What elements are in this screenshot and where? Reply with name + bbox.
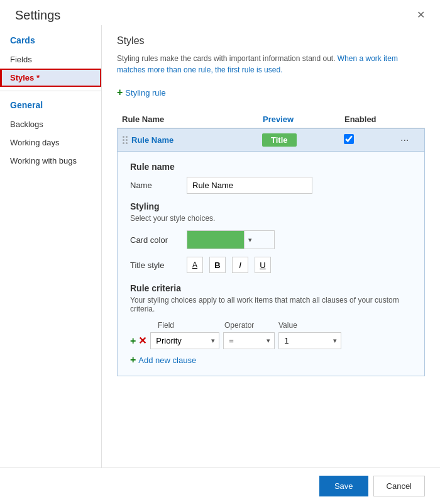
rule-more-button[interactable]: ··· (400, 135, 409, 146)
main-content: Styles Styling rules make the cards with… (102, 25, 440, 468)
title-style-italic-button[interactable]: I (232, 257, 248, 273)
dialog-title: Settings (15, 8, 60, 23)
styles-section-title: Styles (117, 35, 425, 47)
sidebar-item-general[interactable]: General (0, 95, 101, 115)
field-select[interactable]: Priority (151, 333, 201, 349)
sidebar-item-working-with-bugs[interactable]: Working with bugs (0, 152, 101, 170)
title-style-underline-a-button[interactable]: A (187, 257, 203, 273)
criteria-headers-row: Field Operator Value (130, 321, 412, 330)
title-style-label: Title style (130, 260, 180, 270)
add-clause-plus-icon: + (130, 354, 136, 366)
sidebar-item-working-days[interactable]: Working days (0, 133, 101, 152)
sidebar: Cards Fields Styles * General Backlogs W… (0, 25, 102, 468)
criteria-data-row: + ✕ Priority = (130, 332, 412, 349)
styling-section-title: Styling (130, 201, 412, 211)
rule-preview-badge: Title (262, 133, 297, 147)
color-swatch (187, 231, 244, 249)
dialog-footer: Save Cancel (0, 468, 440, 504)
rule-name-cell: Rule Name (123, 135, 262, 145)
value-select-wrapper[interactable]: 1 (278, 332, 341, 349)
dialog-body: Cards Fields Styles * General Backlogs W… (0, 25, 440, 468)
rule-preview-cell: Title (262, 135, 344, 145)
cancel-button[interactable]: Cancel (373, 476, 425, 496)
col-rule-name: Rule Name (122, 115, 263, 124)
rule-enabled-checkbox[interactable] (344, 134, 354, 144)
rule-name-form-row: Name (130, 177, 412, 194)
criteria-actions: + ✕ (130, 335, 146, 347)
rule-detail: Rule name Name Styling Select your style… (117, 152, 425, 376)
add-rule-label: Styling rule (125, 88, 165, 98)
criteria-section: Rule criteria Your styling choices apply… (130, 283, 412, 366)
field-select-wrapper[interactable]: Priority (150, 332, 219, 349)
sidebar-item-styles[interactable]: Styles * (0, 69, 101, 87)
add-styling-rule-button[interactable]: + Styling rule (117, 84, 166, 101)
rule-name-text: Rule Name (131, 135, 173, 145)
title-style-underline-button[interactable]: U (255, 257, 271, 273)
criteria-section-desc: Your styling choices apply to all work i… (130, 296, 412, 313)
criteria-col-field: Field (158, 321, 221, 330)
card-color-label: Card color (130, 235, 180, 245)
rule-enabled-cell (344, 134, 400, 146)
name-input[interactable] (187, 177, 312, 194)
settings-dialog: Settings ✕ Cards Fields Styles * General… (0, 0, 440, 504)
rule-row[interactable]: Rule Name Title ··· (117, 128, 425, 152)
color-dropdown-arrow: ▾ (244, 231, 256, 249)
rule-name-section-title: Rule name (130, 162, 412, 172)
criteria-col-operator: Operator (224, 321, 275, 330)
criteria-add-button[interactable]: + (130, 335, 136, 347)
styling-section-desc: Select your style choices. (130, 214, 412, 223)
col-enabled: Enabled (344, 115, 401, 124)
criteria-remove-button[interactable]: ✕ (138, 335, 146, 347)
operator-select[interactable]: = (224, 333, 274, 349)
title-style-row: Title style A B I U (130, 257, 412, 273)
rules-table-header: Rule Name Preview Enabled (117, 111, 425, 128)
value-select[interactable]: 1 (279, 333, 329, 349)
add-new-clause-button[interactable]: + Add new clause (130, 354, 196, 366)
title-style-bold-button[interactable]: B (209, 257, 226, 273)
dialog-header: Settings ✕ (0, 0, 440, 25)
sidebar-item-backlogs[interactable]: Backlogs (0, 115, 101, 133)
styles-description: Styling rules make the cards with import… (117, 53, 425, 76)
save-button[interactable]: Save (319, 476, 368, 496)
close-button[interactable]: ✕ (412, 8, 430, 23)
criteria-section-title: Rule criteria (130, 283, 412, 293)
card-color-row: Card color ▾ (130, 230, 412, 249)
col-preview: Preview (263, 115, 344, 124)
add-clause-label: Add new clause (138, 356, 196, 365)
card-color-dropdown[interactable]: ▾ (187, 230, 275, 249)
description-text: Styling rules make the cards with import… (117, 54, 338, 63)
sidebar-item-cards[interactable]: Cards (0, 30, 101, 50)
sidebar-item-fields[interactable]: Fields (0, 50, 101, 69)
rule-more-cell: ··· (400, 135, 419, 146)
col-actions (401, 115, 420, 124)
criteria-col-value: Value (278, 321, 297, 330)
name-label: Name (130, 181, 180, 190)
drag-handle[interactable] (123, 136, 128, 144)
plus-icon: + (117, 87, 123, 98)
operator-select-wrapper[interactable]: = (223, 332, 275, 349)
